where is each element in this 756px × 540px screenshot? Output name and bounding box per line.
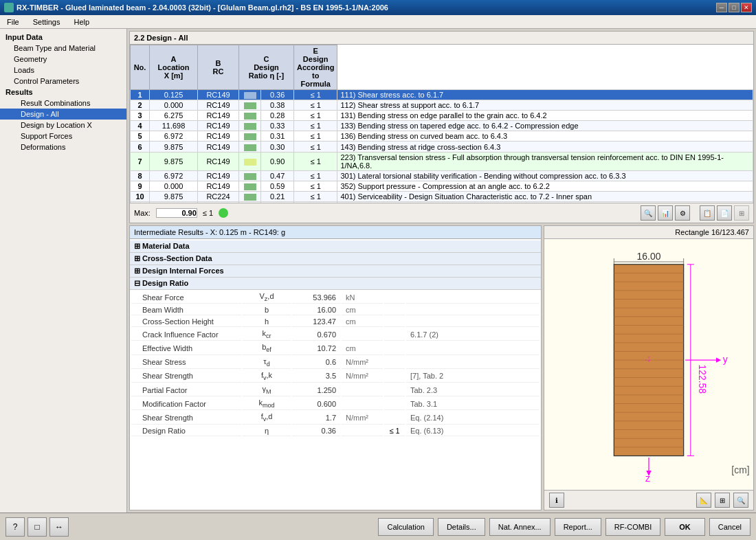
- diagram-panel: Rectangle 16/123.467 16.00: [544, 225, 754, 510]
- minimize-button[interactable]: ─: [716, 3, 727, 12]
- results-data-table: Shear Force Vz,d 53.966 kN Beam Width b …: [130, 290, 541, 438]
- rf-combi-button[interactable]: RF-COMBI: [605, 518, 660, 536]
- calculation-button[interactable]: Calculation: [378, 518, 433, 536]
- table-row[interactable]: 3 6.275 RC149 0.28 ≤ 1 131) Bending stre…: [131, 111, 753, 121]
- diagram-btn-1[interactable]: 📐: [696, 493, 711, 508]
- results-row: Shear Stress τd 0.6 N/mm²: [131, 357, 540, 369]
- action-buttons: Calculation Details... Nat. Annex... Rep…: [378, 518, 751, 536]
- help-button[interactable]: ?: [5, 517, 25, 537]
- transfer-button[interactable]: ↔: [49, 517, 69, 537]
- menu-file[interactable]: File: [3, 16, 23, 27]
- sidebar-item-deformations[interactable]: Deformations: [0, 142, 126, 153]
- maximize-button[interactable]: □: [729, 3, 740, 12]
- view-btn-2[interactable]: 📊: [658, 205, 673, 221]
- close-button[interactable]: ✕: [741, 3, 752, 12]
- sidebar-item-design-by-location[interactable]: Design by Location X: [0, 120, 126, 131]
- diagram-bottom: ℹ 📐 ⊞ 🔍: [544, 490, 753, 510]
- details-button[interactable]: Details...: [438, 518, 485, 536]
- table-row[interactable]: 5: [131, 131, 150, 142]
- sidebar-item-control-params[interactable]: Control Parameters: [0, 76, 126, 87]
- diagram-title: Rectangle 16/123.467: [544, 226, 753, 239]
- ok-button[interactable]: OK: [665, 518, 705, 536]
- sidebar-item-geometry[interactable]: Geometry: [0, 54, 126, 65]
- results-row: Shear Strength fv,d 1.7 N/mm² Eq. (2.14): [131, 412, 540, 424]
- table-row[interactable]: 3: [131, 111, 150, 121]
- max-label: Max:: [134, 209, 151, 217]
- status-bar: ? □ ↔ Calculation Details... Nat. Annex.…: [0, 513, 756, 540]
- sidebar-item-loads[interactable]: Loads: [0, 65, 126, 76]
- window-button[interactable]: □: [27, 517, 47, 537]
- sidebar-item-beam-type[interactable]: Beam Type and Material: [0, 43, 126, 54]
- menu-settings[interactable]: Settings: [29, 16, 65, 27]
- table-row[interactable]: 1 0.125 RC149 0.36 ≤ 1 111) Shear stress…: [131, 90, 753, 100]
- view-btn-4[interactable]: 📋: [700, 205, 715, 221]
- table-row[interactable]: 7 9.875 RC149 0.90 ≤ 1 223) Transversal …: [131, 152, 753, 170]
- section-cross-section[interactable]: ⊞ Cross-Section Data: [130, 253, 541, 265]
- section-design-ratio[interactable]: ⊟ Design Ratio: [130, 278, 541, 290]
- sidebar-item-design-all[interactable]: Design - All: [0, 109, 126, 120]
- results-panel: Intermediate Results - X: 0.125 m - RC14…: [129, 225, 542, 510]
- table-row[interactable]: 9: [131, 181, 150, 191]
- table-row[interactable]: 10 9.875 RC224 0.21 ≤ 1 401) Serviceabil…: [131, 191, 753, 201]
- table-row[interactable]: 9 0.000 RC149 0.59 ≤ 1 352) Support pres…: [131, 181, 753, 191]
- table-row[interactable]: 10: [131, 191, 150, 201]
- title-bar: RX-TIMBER - Glued laminated beam - 2.04.…: [0, 0, 756, 15]
- sidebar-item-result-combinations[interactable]: Result Combinations: [0, 98, 126, 109]
- view-btn-5[interactable]: 📄: [717, 205, 732, 221]
- table-row[interactable]: 5 6.972 RC149 0.31 ≤ 1 136) Bending stre…: [131, 131, 753, 142]
- results-row: Cross-Section Height h 123.47 cm: [131, 317, 540, 327]
- table-row[interactable]: 4 11.698 RC149 0.33 ≤ 1 133) Bending str…: [131, 121, 753, 131]
- table-row[interactable]: 1: [131, 90, 150, 100]
- col-header-e: EDesign According to Formula: [294, 45, 337, 90]
- table-row[interactable]: 2: [131, 100, 150, 111]
- max-leq: ≤ 1: [203, 209, 213, 217]
- table-row[interactable]: 2 0.000 RC149 0.38 ≤ 1 112) Shear stress…: [131, 100, 753, 111]
- table-row[interactable]: 7: [131, 152, 150, 170]
- max-value[interactable]: [156, 208, 197, 218]
- status-left-buttons: ? □ ↔: [5, 517, 69, 537]
- view-btn-6[interactable]: ⊞: [734, 205, 749, 221]
- view-btn-3[interactable]: ⚙: [675, 205, 690, 221]
- design-table: No. ALocationX [m] BRC CDesignRatio η [-…: [130, 45, 753, 203]
- toolbar-icons: 🔍 📊 ⚙ 📋 📄 ⊞: [641, 205, 749, 221]
- section-internal-forces[interactable]: ⊞ Design Internal Forces: [130, 265, 541, 278]
- menu-help[interactable]: Help: [69, 16, 93, 27]
- menu-bar: File Settings Help: [0, 15, 756, 29]
- diagram-content: 16.00: [544, 239, 753, 490]
- report-button[interactable]: Report...: [555, 518, 601, 536]
- results-row: Beam Width b 16.00 cm: [131, 305, 540, 315]
- svg-text:16.00: 16.00: [637, 251, 661, 262]
- cancel-button[interactable]: Cancel: [709, 518, 751, 536]
- results-tree: ⊞ Material Data ⊞ Cross-Section Data ⊞ D…: [130, 239, 541, 439]
- svg-text:z: z: [645, 473, 650, 484]
- results-row: Shear Strength fv,k 3.5 N/mm² [7], Tab. …: [131, 370, 540, 383]
- top-panel: 2.2 Design - All No. ALocationX [m] BRC …: [129, 31, 754, 223]
- svg-text:122.58: 122.58: [697, 365, 708, 394]
- info-button[interactable]: ℹ: [549, 493, 564, 508]
- table-row[interactable]: 4: [131, 121, 150, 131]
- col-header-no: No.: [131, 45, 150, 90]
- sidebar-item-support-forces[interactable]: Support Forces: [0, 131, 126, 142]
- svg-text:[cm]: [cm]: [731, 464, 749, 475]
- table-row[interactable]: 8: [131, 170, 150, 181]
- col-header-b: BRC: [198, 45, 239, 90]
- diagram-btn-2[interactable]: ⊞: [715, 493, 730, 508]
- view-btn-1[interactable]: 🔍: [641, 205, 656, 221]
- svg-text:y: y: [723, 354, 728, 365]
- section-material[interactable]: ⊞ Material Data: [130, 240, 541, 253]
- table-row[interactable]: 6 9.875 RC149 0.30 ≤ 1 143) Bending stre…: [131, 142, 753, 152]
- app-icon: [4, 3, 14, 12]
- table-scroll[interactable]: No. ALocationX [m] BRC CDesignRatio η [-…: [130, 45, 753, 203]
- table-row[interactable]: 8 6.972 RC149 0.47 ≤ 1 301) Lateral tors…: [131, 170, 753, 181]
- sidebar: Input Data Beam Type and Material Geomet…: [0, 29, 127, 513]
- diagram-btn-3[interactable]: 🔍: [733, 493, 748, 508]
- content-area: 2.2 Design - All No. ALocationX [m] BRC …: [127, 29, 756, 513]
- status-indicator: [219, 208, 228, 218]
- results-row: Crack Influence Factor kcr 0.670 6.1.7 (…: [131, 328, 540, 341]
- results-row: Shear Force Vz,d 53.966 kN: [131, 291, 540, 304]
- bottom-area: Intermediate Results - X: 0.125 m - RC14…: [129, 225, 754, 510]
- col-header-a: ALocationX [m]: [150, 45, 198, 90]
- table-row[interactable]: 6: [131, 142, 150, 152]
- results-row: Effective Width bef 10.72 cm: [131, 342, 540, 355]
- nat-annex-button[interactable]: Nat. Annex...: [489, 518, 551, 536]
